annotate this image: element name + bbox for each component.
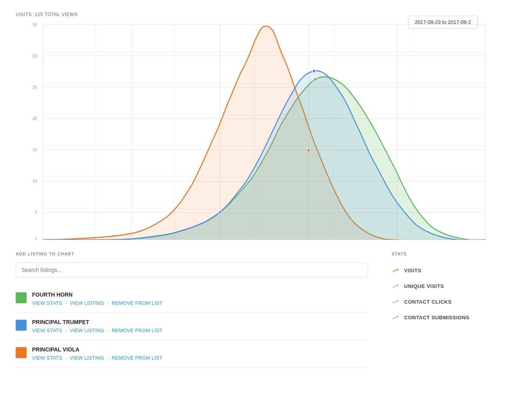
separator: - xyxy=(107,328,110,333)
stats-item-visits: VISITS xyxy=(392,262,493,278)
listing-item-principal-viola: PRINCIPAL VIOLA VIEW STATS - VIEW LISTIN… xyxy=(16,340,368,368)
listings-section: ADD LISTING TO CHART FOURTH HORN VIEW ST… xyxy=(16,252,368,368)
listing-actions-principal-trumpet: VIEW STATS - VIEW LISTING - REMOVE FROM … xyxy=(32,328,368,333)
stats-label-visits: VISITS xyxy=(404,268,421,273)
separator: - xyxy=(65,328,68,333)
listing-item-principal-trumpet: PRINCIPAL TRUMPET VIEW STATS - VIEW LIST… xyxy=(16,313,368,340)
listing-color-principal-viola xyxy=(16,347,27,358)
contact-submissions-icon xyxy=(392,313,399,321)
svg-text:25: 25 xyxy=(32,85,37,89)
view-listing-fourth-horn[interactable]: VIEW LISTING xyxy=(70,300,104,306)
search-input[interactable] xyxy=(16,262,368,277)
listing-color-principal-trumpet xyxy=(16,320,27,331)
svg-point-24 xyxy=(314,78,317,81)
svg-text:10: 10 xyxy=(32,178,37,183)
stats-item-contact-clicks: CONTACT CLICKS xyxy=(392,294,493,310)
view-stats-principal-viola[interactable]: VIEW STATS xyxy=(32,355,62,361)
remove-principal-viola[interactable]: REMOVE FROM LIST xyxy=(112,355,162,361)
contact-clicks-icon xyxy=(392,298,399,306)
stats-list: VISITS UNIQUE VISITS xyxy=(392,262,493,325)
bottom-section: ADD LISTING TO CHART FOURTH HORN VIEW ST… xyxy=(16,252,493,368)
view-stats-principal-trumpet[interactable]: VIEW STATS xyxy=(32,328,62,333)
remove-fourth-horn[interactable]: REMOVE FROM LIST xyxy=(112,300,162,306)
view-listing-principal-trumpet[interactable]: VIEW LISTING xyxy=(70,328,104,333)
stats-label-contact-submissions: CONTACT SUBMISSIONS xyxy=(404,315,469,320)
unique-visits-icon xyxy=(392,282,399,290)
visits-icon xyxy=(392,266,399,274)
separator: - xyxy=(107,355,110,361)
stats-item-unique-visits: UNIQUE VISITS xyxy=(392,278,493,294)
svg-text:20: 20 xyxy=(32,116,37,121)
listing-item-fourth-horn: FOURTH HORN VIEW STATS - VIEW LISTING - … xyxy=(16,285,368,313)
stats-label-unique-visits: UNIQUE VISITS xyxy=(404,283,444,289)
listing-name-principal-trumpet: PRINCIPAL TRUMPET xyxy=(32,319,368,325)
separator: - xyxy=(107,300,110,306)
separator: - xyxy=(65,355,68,361)
svg-point-26 xyxy=(307,148,310,152)
view-stats-fourth-horn[interactable]: VIEW STATS xyxy=(32,300,62,306)
svg-text:35: 35 xyxy=(32,22,37,27)
view-listing-principal-viola[interactable]: VIEW LISTING xyxy=(70,355,104,361)
svg-text:30: 30 xyxy=(32,53,37,58)
listing-actions-principal-viola: VIEW STATS - VIEW LISTING - REMOVE FROM … xyxy=(32,355,368,361)
svg-text:0: 0 xyxy=(35,237,37,240)
remove-principal-trumpet[interactable]: REMOVE FROM LIST xyxy=(112,328,162,333)
listing-actions-fourth-horn: VIEW STATS - VIEW LISTING - REMOVE FROM … xyxy=(32,300,368,306)
listing-name-fourth-horn: FOURTH HORN xyxy=(32,291,368,298)
stats-item-contact-submissions: CONTACT SUBMISSIONS xyxy=(392,310,493,325)
separator: - xyxy=(65,300,68,306)
chart-area: 35 30 25 20 15 10 5 0 August 23, 2017 Au… xyxy=(16,20,493,240)
listing-info-fourth-horn: FOURTH HORN VIEW STATS - VIEW LISTING - … xyxy=(32,291,368,306)
svg-point-23 xyxy=(218,211,222,214)
listing-name-principal-viola: PRINCIPAL VIOLA xyxy=(32,346,368,353)
stats-section: STATS VISITS xyxy=(392,252,493,368)
add-listing-title: ADD LISTING TO CHART xyxy=(16,252,368,256)
svg-text:15: 15 xyxy=(32,147,37,152)
listing-info-principal-trumpet: PRINCIPAL TRUMPET VIEW STATS - VIEW LIST… xyxy=(32,319,368,333)
stats-title: STATS xyxy=(392,252,493,256)
chart-svg: 35 30 25 20 15 10 5 0 August 23, 2017 Au… xyxy=(16,20,493,240)
svg-text:5: 5 xyxy=(35,210,37,214)
stats-label-contact-clicks: CONTACT CLICKS xyxy=(404,299,452,305)
svg-point-25 xyxy=(312,69,316,73)
listing-info-principal-viola: PRINCIPAL VIOLA VIEW STATS - VIEW LISTIN… xyxy=(32,346,368,361)
listing-color-fourth-horn xyxy=(16,292,27,303)
